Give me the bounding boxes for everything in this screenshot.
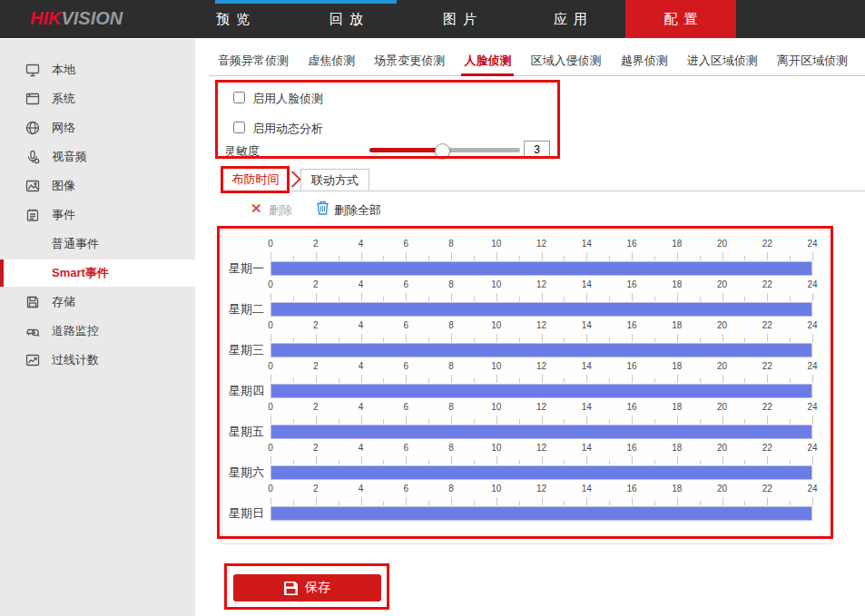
page: HIKVISION 预览回放图片应用配置 本地系统网络视音频图像事件普通事件Sm… <box>0 0 865 616</box>
page-load-progress-bar <box>215 0 397 4</box>
tick-mark <box>744 378 745 383</box>
tick-mark <box>609 337 610 342</box>
tick-mark <box>270 334 271 342</box>
sensitivity-value-input[interactable] <box>524 141 550 159</box>
tick-mark <box>700 337 701 342</box>
sidebar-item-网络[interactable]: 网络 <box>0 114 195 142</box>
event-icon <box>25 208 40 222</box>
day-label: 星期五 <box>222 425 264 439</box>
hour-tick-label: 4 <box>350 279 372 289</box>
sidebar-item-存储[interactable]: 存储 <box>0 288 195 316</box>
tab-arming-schedule[interactable]: 布防时间 <box>227 169 284 190</box>
detection-tab-5[interactable]: 区域入侵侦测 <box>528 53 605 76</box>
hour-tick-label: 18 <box>666 361 688 371</box>
hour-tick-label: 18 <box>666 239 688 249</box>
sidebar-item-本地[interactable]: 本地 <box>0 56 195 83</box>
hour-tick-label: 16 <box>621 361 643 371</box>
enable-face-detection-label: 启用人脸侦测 <box>252 91 323 107</box>
detection-tab-1[interactable]: 音频异常侦测 <box>215 53 291 76</box>
trash-icon <box>316 200 329 219</box>
schedule-bar[interactable] <box>270 261 812 276</box>
schedule-bar[interactable] <box>270 465 812 480</box>
sidebar-item-过线计数[interactable]: 过线计数 <box>0 347 195 374</box>
hour-tick-label: 14 <box>575 239 597 249</box>
detection-tab-3[interactable]: 场景变更侦测 <box>371 53 447 76</box>
hour-tick-label: 6 <box>395 484 417 494</box>
day-label: 星期三 <box>222 343 264 357</box>
tick-mark <box>316 497 317 505</box>
detection-tab-8[interactable]: 离开区域侦测 <box>774 53 850 76</box>
hour-tick-label: 10 <box>486 320 507 330</box>
hour-tick-label: 2 <box>305 239 327 249</box>
tick-mark <box>654 501 655 505</box>
sidebar-item-label: 图像 <box>52 172 75 200</box>
tick-mark <box>361 416 362 424</box>
tick-mark <box>609 419 610 424</box>
schedule-bar[interactable] <box>270 302 812 317</box>
tick-mark <box>790 297 791 301</box>
hour-tick-label: 24 <box>801 239 823 249</box>
hour-tick-label: 4 <box>350 320 372 330</box>
tick-mark <box>519 419 520 424</box>
tick-mark <box>451 375 452 383</box>
sidebar-item-道路监控[interactable]: 道路监控 <box>0 318 195 345</box>
nav-tab-3[interactable]: 图片 <box>443 0 483 38</box>
enable-dynamic-analysis-checkbox[interactable] <box>233 122 245 133</box>
detection-tab-6[interactable]: 越界侦测 <box>618 53 671 76</box>
hour-tick-label: 20 <box>712 320 733 330</box>
hour-tick-label: 10 <box>486 484 507 494</box>
schedule-bar[interactable] <box>270 425 812 439</box>
sidebar-item-系统[interactable]: 系统 <box>0 85 195 112</box>
sensitivity-slider-thumb[interactable] <box>435 143 450 159</box>
sidebar-item-视音频[interactable]: 视音频 <box>0 143 195 171</box>
tick-mark <box>677 456 678 464</box>
tick-mark <box>270 497 271 505</box>
schedule-bar[interactable] <box>270 384 812 398</box>
nav-tab-1[interactable]: 预览 <box>216 0 256 38</box>
sidebar-item-图像[interactable]: 图像 <box>0 172 195 200</box>
tick-mark <box>270 456 271 464</box>
day-label: 星期六 <box>222 465 264 480</box>
hour-tick-label: 6 <box>395 320 417 330</box>
tick-mark <box>812 416 813 424</box>
tick-mark <box>293 337 294 342</box>
hour-tick-label: 0 <box>260 484 281 494</box>
tick-mark <box>632 416 633 424</box>
nav-tab-2[interactable]: 回放 <box>329 0 369 38</box>
hour-tick-label: 4 <box>350 443 372 453</box>
detection-tab-4[interactable]: 人脸侦测 <box>461 53 514 76</box>
sidebar-item-Smart事件[interactable]: Smart事件 <box>0 259 195 287</box>
tick-mark <box>812 252 813 260</box>
sidebar-item-事件[interactable]: 事件 <box>0 201 195 229</box>
hour-tick-label: 2 <box>305 443 327 453</box>
tick-mark <box>677 416 678 424</box>
enable-face-detection-checkbox[interactable] <box>233 92 245 103</box>
hour-tick-label: 6 <box>395 443 417 453</box>
detection-tab-2[interactable]: 虚焦侦测 <box>305 53 358 76</box>
delete-button[interactable]: 删除 <box>269 202 292 219</box>
detection-tab-7[interactable]: 进入区域侦测 <box>684 53 761 76</box>
schedule-bar[interactable] <box>270 343 812 357</box>
sidebar-item-普通事件[interactable]: 普通事件 <box>0 230 195 258</box>
tick-mark <box>361 252 362 260</box>
hour-tick-label: 22 <box>756 484 778 494</box>
tick-mark <box>406 416 407 424</box>
nav-tab-4[interactable]: 应用 <box>554 0 594 38</box>
tick-mark <box>586 456 587 464</box>
tab-linkage-method[interactable]: 联动方式 <box>300 169 369 191</box>
hour-tick-label: 12 <box>531 402 553 412</box>
tick-mark <box>428 419 429 424</box>
schedule-bar[interactable] <box>270 506 812 521</box>
hour-tick-label: 0 <box>260 320 281 330</box>
tick-mark <box>383 337 384 342</box>
delete-all-button[interactable]: 删除全部 <box>334 202 381 219</box>
hour-tick-label: 8 <box>440 239 462 249</box>
save-button[interactable]: 保存 <box>233 574 381 601</box>
tick-mark <box>519 256 520 260</box>
tick-mark <box>586 375 587 383</box>
nav-tab-5[interactable]: 配置 <box>625 0 736 38</box>
tick-mark <box>451 334 452 342</box>
tick-mark <box>654 378 655 383</box>
tick-mark <box>632 252 633 260</box>
hour-tick-label: 22 <box>756 402 778 412</box>
